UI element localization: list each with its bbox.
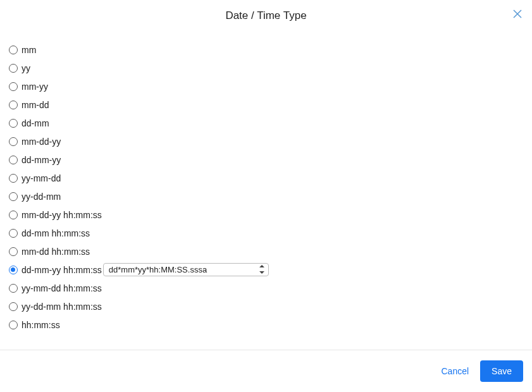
radio-yy-mm-dd-hhmmss[interactable]	[9, 284, 18, 293]
close-icon	[513, 9, 522, 20]
option-label[interactable]: yy	[22, 63, 30, 73]
radio-dd-mm-yy[interactable]	[9, 156, 18, 164]
radio-mm-dd[interactable]	[9, 101, 18, 109]
option-row: hh:mm:ss	[9, 315, 523, 334]
dialog-title: Date / Time Type	[225, 9, 306, 22]
option-row: yy-dd-mm hh:mm:ss	[9, 297, 523, 315]
format-select-wrap: dd*mm*yy*hh:MM:SS.sssa	[103, 263, 269, 276]
option-label[interactable]: dd-mm-yy	[22, 155, 61, 165]
radio-mm-dd-yy-hhmmss[interactable]	[9, 211, 18, 219]
option-label[interactable]: mm	[22, 45, 36, 55]
option-label[interactable]: dd-mm-yy hh:mm:ss	[22, 265, 102, 275]
save-button[interactable]: Save	[480, 360, 523, 382]
option-row: dd-mm-yy hh:mm:ss dd*mm*yy*hh:MM:SS.sssa	[9, 260, 523, 279]
radio-yy-dd-mm[interactable]	[9, 192, 18, 201]
option-label[interactable]: yy-dd-mm	[22, 192, 61, 202]
option-label[interactable]: yy-dd-mm hh:mm:ss	[22, 302, 102, 312]
option-row: mm-dd-yy hh:mm:ss	[9, 205, 523, 224]
radio-mm-dd-yy[interactable]	[9, 137, 18, 146]
close-button[interactable]	[512, 9, 523, 20]
option-row: yy-dd-mm	[9, 187, 523, 205]
option-label[interactable]: hh:mm:ss	[22, 320, 60, 330]
radio-dd-mm[interactable]	[9, 119, 18, 128]
radio-mm-yy[interactable]	[9, 82, 18, 91]
option-row: dd-mm	[9, 114, 523, 132]
date-time-type-dialog: Date / Time Type mm yy mm-yy mm-dd dd-mm	[0, 0, 532, 392]
radio-hhmmss[interactable]	[9, 321, 18, 329]
format-select[interactable]: dd*mm*yy*hh:MM:SS.sssa	[103, 263, 269, 276]
radio-yy-dd-mm-hhmmss[interactable]	[9, 302, 18, 311]
radio-dd-mm-hhmmss[interactable]	[9, 229, 18, 238]
option-label[interactable]: dd-mm hh:mm:ss	[22, 228, 90, 238]
radio-mm[interactable]	[9, 46, 18, 54]
option-label[interactable]: mm-dd-yy hh:mm:ss	[22, 210, 102, 220]
option-row: yy	[9, 59, 523, 77]
cancel-button[interactable]: Cancel	[441, 361, 469, 381]
option-row: yy-mm-dd	[9, 169, 523, 187]
option-label[interactable]: yy-mm-dd hh:mm:ss	[22, 283, 102, 293]
dialog-header: Date / Time Type	[0, 0, 532, 32]
radio-yy[interactable]	[9, 64, 18, 73]
option-row: mm-dd-yy	[9, 132, 523, 150]
option-row: dd-mm-yy	[9, 150, 523, 169]
option-label[interactable]: mm-dd-yy	[22, 137, 61, 147]
option-row: mm-dd hh:mm:ss	[9, 242, 523, 260]
radio-dd-mm-yy-hhmmss[interactable]	[9, 266, 18, 274]
radio-yy-mm-dd[interactable]	[9, 174, 18, 183]
option-label[interactable]: mm-dd	[22, 100, 49, 110]
option-row: mm	[9, 40, 523, 59]
option-row: mm-yy	[9, 77, 523, 95]
radio-mm-dd-hhmmss[interactable]	[9, 247, 18, 256]
option-label[interactable]: dd-mm	[22, 118, 49, 128]
options-list: mm yy mm-yy mm-dd dd-mm mm-dd-yy dd-mm-y…	[0, 32, 532, 334]
option-label[interactable]: mm-yy	[22, 82, 48, 92]
dialog-footer: Cancel Save	[0, 350, 532, 392]
option-row: dd-mm hh:mm:ss	[9, 224, 523, 242]
option-row: mm-dd	[9, 95, 523, 114]
option-label[interactable]: yy-mm-dd	[22, 173, 61, 183]
option-row: yy-mm-dd hh:mm:ss	[9, 279, 523, 297]
option-label[interactable]: mm-dd hh:mm:ss	[22, 247, 90, 257]
